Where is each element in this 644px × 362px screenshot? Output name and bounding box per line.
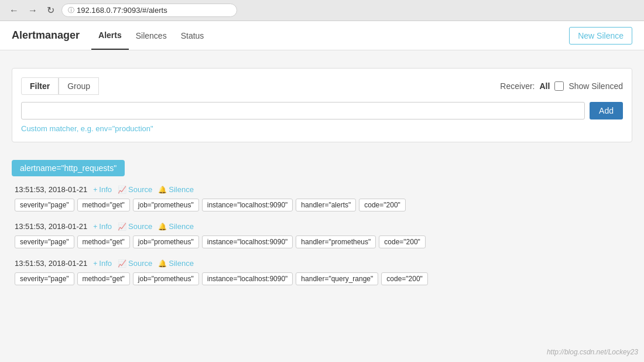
silence-label: Silence [169,185,194,194]
alert-header: 13:51:53, 2018-01-21+Info📈Source🔔Silence [15,222,632,231]
silence-icon: 🔔 [158,259,167,268]
alert-action-source[interactable]: 📈Source [118,185,152,194]
alert-time: 13:51:53, 2018-01-21 [15,185,87,194]
alert-action-silence[interactable]: 🔔Silence [158,259,194,268]
nav-link-alerts[interactable]: Alerts [91,21,129,50]
main-content: Filter Group Receiver: All Show Silenced… [0,50,644,315]
alert-header: 13:51:53, 2018-01-21+Info📈Source🔔Silence [15,185,632,194]
filter-hint: Custom matcher, e.g. env="production" [21,124,623,133]
tag: method="get" [77,199,130,211]
source-icon: 📈 [118,259,126,268]
tag: severity="page" [15,235,74,248]
filter-input-row: Add [21,102,623,119]
tag: handler="alerts" [296,199,356,211]
tag: instance="localhost:9090" [202,272,293,285]
silence-label: Silence [169,259,194,268]
navbar-right: New Silence [569,27,632,45]
receiver-value[interactable]: All [539,81,550,91]
info-icon: + [93,186,97,194]
lock-icon: ⓘ [68,6,74,15]
filter-input[interactable] [21,102,585,119]
source-label: Source [128,185,152,194]
tab-filter[interactable]: Filter [21,77,59,95]
filter-hint-example: env="production" [95,124,153,133]
tag: handler="prometheus" [296,235,376,248]
info-icon: + [93,259,97,268]
tag: handler="query_range" [296,272,378,285]
filter-tab-row: Filter Group Receiver: All Show Silenced [21,77,623,95]
alert-action-source[interactable]: 📈Source [118,222,152,231]
receiver-label: Receiver: [500,81,535,91]
tag: instance="localhost:9090" [202,235,293,248]
alert-group-title[interactable]: alertname="http_requests" [12,160,125,176]
source-icon: 📈 [118,186,126,194]
tag: severity="page" [15,272,74,285]
tag: severity="page" [15,199,74,211]
info-icon: + [93,223,97,231]
info-label: Info [99,185,112,194]
alert-item: 13:51:53, 2018-01-21+Info📈Source🔔Silence… [12,259,632,285]
alert-action-info[interactable]: +Info [93,185,112,194]
show-silenced-label: Show Silenced [568,81,623,91]
forward-button[interactable]: → [26,4,40,17]
tab-group[interactable]: Group [59,77,99,95]
tag: method="get" [77,272,130,285]
alert-action-silence[interactable]: 🔔Silence [158,222,194,231]
alert-time: 13:51:53, 2018-01-21 [15,259,87,268]
source-icon: 📈 [118,223,126,231]
alert-action-info[interactable]: +Info [93,259,112,268]
url-text: 192.168.0.77:9093/#/alerts [77,6,167,15]
new-silence-button[interactable]: New Silence [569,27,632,45]
alert-action-silence[interactable]: 🔔Silence [158,185,194,194]
tag: method="get" [77,235,130,248]
navbar-links: Alerts Silences Status [91,21,211,50]
nav-link-silences[interactable]: Silences [129,21,174,50]
add-button[interactable]: Add [590,102,623,119]
alert-item: 13:51:53, 2018-01-21+Info📈Source🔔Silence… [12,185,632,211]
filter-box: Filter Group Receiver: All Show Silenced… [12,68,632,142]
alert-group: alertname="http_requests" 13:51:53, 2018… [12,160,632,285]
brand-name: Alertmanager [12,29,80,42]
source-label: Source [128,222,152,231]
alert-tags: severity="page"method="get"job="promethe… [15,199,632,211]
tag: code="200" [359,199,406,211]
refresh-button[interactable]: ↻ [44,4,57,17]
alert-action-source[interactable]: 📈Source [118,259,152,268]
tag: code="200" [379,235,426,248]
tag: code="200" [381,272,428,285]
alert-tags: severity="page"method="get"job="promethe… [15,235,632,248]
alerts-container: 13:51:53, 2018-01-21+Info📈Source🔔Silence… [12,185,632,285]
source-label: Source [128,259,152,268]
tag: job="prometheus" [133,272,199,285]
info-label: Info [99,259,112,268]
address-bar[interactable]: ⓘ 192.168.0.77:9093/#/alerts [61,4,237,17]
tag: job="prometheus" [133,199,199,211]
alert-header: 13:51:53, 2018-01-21+Info📈Source🔔Silence [15,259,632,268]
nav-link-status[interactable]: Status [174,21,211,50]
show-silenced-checkbox[interactable] [554,81,564,91]
tag: instance="localhost:9090" [202,199,293,211]
info-label: Info [99,222,112,231]
silence-label: Silence [169,222,194,231]
back-button[interactable]: ← [7,4,21,17]
alert-tags: severity="page"method="get"job="promethe… [15,272,632,285]
alert-item: 13:51:53, 2018-01-21+Info📈Source🔔Silence… [12,222,632,248]
silence-icon: 🔔 [158,186,167,194]
navbar: Alertmanager Alerts Silences Status New … [0,21,644,50]
browser-chrome: ← → ↻ ⓘ 192.168.0.77:9093/#/alerts [0,0,644,21]
alert-time: 13:51:53, 2018-01-21 [15,222,87,231]
receiver-area: Receiver: All Show Silenced [500,81,623,91]
silence-icon: 🔔 [158,223,167,231]
tag: job="prometheus" [133,235,199,248]
alert-action-info[interactable]: +Info [93,222,112,231]
